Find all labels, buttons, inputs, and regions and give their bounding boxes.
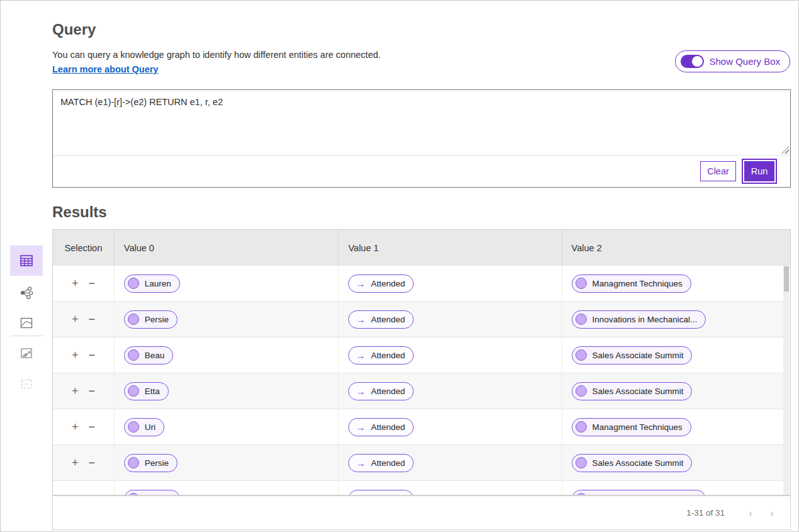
value1-cell: → Attended [339,373,562,409]
table-view-button[interactable] [10,246,43,276]
value1-cell: → Attended [339,266,562,301]
entity-pill[interactable]: Persie [124,310,178,329]
value1-cell: → Attended [339,481,562,495]
table-header-row: Selection Value 0 Value 1 Value 2 [53,230,790,266]
value0-cell: Persie [115,302,339,337]
remove-from-selection-button[interactable]: − [88,314,95,325]
run-button[interactable]: Run [744,161,774,181]
selection-cell: + − [53,266,115,301]
relationship-pill[interactable]: → Attended [348,310,414,329]
column-header-selection: Selection [53,230,115,266]
value2-cell: Managment Techniques [562,409,790,444]
column-header-value2: Value 2 [562,230,790,266]
sidebar-divider [10,336,43,336]
remove-from-selection-button[interactable]: − [88,278,95,289]
entity-label: Uri [145,422,156,432]
entity-label: Sales Associate Summit [592,458,684,468]
remove-from-selection-button[interactable]: − [88,421,95,433]
entity-pill[interactable]: Persie [124,454,178,472]
entity-pill[interactable]: Innovations in Mechanical... [572,310,706,329]
add-to-selection-button[interactable]: + [72,314,79,325]
toggle-switch-icon[interactable] [681,55,704,68]
learn-more-link[interactable]: Learn more about Query [52,64,158,74]
entity-label: Managment Techniques [592,279,683,288]
dashed-square-icon [19,376,34,392]
arrow-right-icon: → [356,278,365,289]
entity-pill[interactable]: Uri [124,418,164,436]
relationship-pill[interactable]: → Attended [348,454,414,472]
arrow-right-icon: → [356,314,365,325]
column-header-value1: Value 1 [339,230,562,266]
entity-pill[interactable]: Innovations in Mechanical... [572,490,706,496]
entity-pill[interactable]: Sales Associate Summit [572,382,693,400]
value2-cell: Innovations in Mechanical... [562,302,790,337]
relationship-pill[interactable]: → Attended [348,382,414,400]
entity-label: Sales Associate Summit [592,351,684,360]
entity-pill[interactable]: Etta [124,382,169,400]
entity-node-icon [128,385,139,397]
relationship-label: Attended [371,422,405,432]
value1-cell: → Attended [339,302,562,337]
relationship-label: Attended [371,351,405,360]
map-add-icon [19,346,34,361]
value0-cell: Lauren [115,266,339,301]
relationship-pill[interactable]: → Attended [348,274,414,293]
entity-pill[interactable]: Sales Associate Summit [572,346,693,365]
relationship-label: Attended [371,387,405,396]
value0-cell: Etta [115,373,339,409]
query-input[interactable]: MATCH (e1)-[r]->(e2) RETURN e1, r, e2 [53,90,790,155]
relationship-pill[interactable]: → Attended [348,346,414,365]
add-to-selection-button[interactable]: + [72,421,79,433]
map-view-button[interactable] [10,308,43,338]
relationship-pill[interactable]: → Attended [348,418,414,436]
table-scrollbar[interactable] [783,266,790,495]
value1-cell: → Attended [339,409,562,444]
scrollbar-thumb[interactable] [784,266,789,291]
relationship-label: Attended [371,458,405,468]
add-to-selection-button[interactable]: + [72,278,79,289]
clear-button[interactable]: Clear [700,161,736,181]
entity-node-icon [128,314,139,325]
remove-from-selection-button[interactable]: − [88,385,95,397]
table-row: + − Lauren → Attended Managment Techniqu… [53,266,790,302]
entity-pill[interactable]: Beau [124,346,174,365]
link-chart-view-button[interactable] [10,278,43,308]
entity-pill[interactable]: Lauren [124,490,180,496]
next-page-button[interactable]: › [765,507,779,518]
value2-cell: Sales Associate Summit [562,445,790,480]
add-results-to-map-button[interactable] [10,338,43,368]
remove-from-selection-button[interactable]: − [88,457,95,468]
entity-pill[interactable]: Lauren [124,274,180,293]
entity-pill[interactable]: Sales Associate Summit [572,454,693,472]
arrow-right-icon: → [356,422,365,433]
arrow-right-icon: → [356,386,365,397]
arrow-right-icon: → [356,458,365,468]
show-query-box-toggle[interactable]: Show Query Box [675,50,790,72]
map-icon [19,315,34,331]
add-to-selection-button[interactable]: + [72,349,79,361]
remove-from-selection-button[interactable]: − [88,349,95,361]
column-header-value0: Value 0 [115,230,339,266]
entity-node-icon [575,421,587,433]
add-to-selection-button[interactable]: + [72,457,79,468]
value0-cell: Beau [115,337,339,373]
relationship-label: Attended [371,315,405,324]
table-row: + − Beau → Attended Sales Associate Summ… [53,337,790,373]
selection-cell: + − [53,373,115,409]
results-table: Selection Value 0 Value 1 Value 2 + − La… [52,229,791,495]
entity-label: Persie [145,315,169,324]
previous-page-button[interactable]: ‹ [744,507,757,518]
table-row: + − Persie → Attended Sales Associate Su… [53,445,790,481]
relationship-pill[interactable]: → Attended [348,490,414,496]
entity-pill[interactable]: Managment Techniques [572,274,691,293]
entity-node-icon [575,278,587,289]
selection-cell: + − [53,409,115,444]
selection-cell: + − [53,337,115,373]
entity-pill[interactable]: Managment Techniques [572,418,691,436]
selection-cell: + − [53,302,115,337]
entity-label: Etta [145,387,160,396]
query-textarea-wrapper: MATCH (e1)-[r]->(e2) RETURN e1, r, e2 [53,90,790,156]
value2-cell: Sales Associate Summit [562,337,790,373]
add-to-selection-button[interactable]: + [72,385,79,397]
toggle-label: Show Query Box [709,56,780,67]
